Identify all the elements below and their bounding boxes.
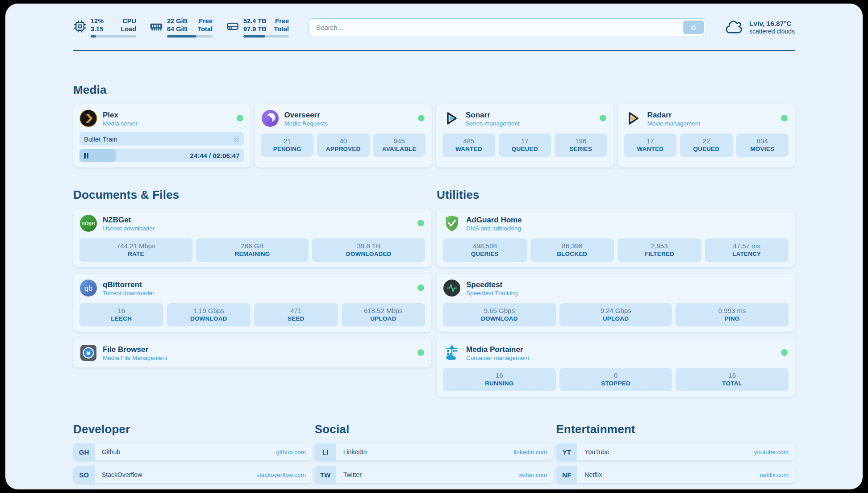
cpu-progress-track [91, 35, 136, 38]
bookmark-url[interactable]: netflix.com [760, 472, 789, 478]
bookmark-twitter[interactable]: TW Twitter twitter.com [315, 466, 554, 483]
search-input[interactable] [309, 18, 706, 36]
search-engine-button[interactable]: G [683, 21, 704, 34]
header-divider [73, 50, 795, 51]
stat-running: 16RUNNING [443, 368, 556, 391]
stat-value: 2,953 [619, 242, 700, 250]
plex-icon [79, 109, 97, 127]
stat-value: 1.19 Gbps [169, 306, 249, 315]
weather-condition: scattered clouds [749, 28, 795, 35]
bookmark-github[interactable]: GH Github github.com [73, 443, 312, 460]
bookmark-linkedin[interactable]: LI LinkedIn linkedin.com [315, 443, 554, 460]
disk-progress-track [243, 35, 289, 38]
qbittorrent-icon: qb [79, 279, 97, 297]
ram-label-1: Free [199, 17, 213, 25]
status-online-dot [600, 115, 606, 121]
app-card-portainer[interactable]: Media Portainer Container management 16R… [437, 338, 795, 397]
stat-value: 196 [556, 137, 605, 145]
stat-value: 485 [444, 137, 493, 145]
bookmark-url[interactable]: stackoverflow.com [256, 472, 305, 478]
stat-label: STOPPED [561, 380, 671, 388]
app-subtitle: Usenet downloader [103, 225, 154, 233]
app-name: Speedtest [466, 279, 518, 289]
app-card-qbittorrent[interactable]: qb qBittorrent Torrent downloader 16LEEC… [73, 274, 431, 332]
weather-location-temp: Lviv, 16.87°C [749, 20, 795, 28]
stat-available: 945AVAILABLE [373, 134, 426, 157]
app-name: AdGuard Home [466, 214, 522, 225]
stat-label: DOWNLOADED [314, 250, 423, 258]
app-card-plex[interactable]: Plex Media server Bullet Train ◎ 24:44 /… [73, 104, 250, 167]
bookmark-youtube[interactable]: YT YouTube youtube.com [556, 443, 795, 460]
status-online-dot [781, 349, 788, 356]
stat-movies: 834MOVIES [736, 134, 789, 157]
stat-label: TOTAL [677, 380, 787, 388]
app-card-filebrowser[interactable]: File Browser Media File Management [73, 338, 431, 368]
stat-value: 498,508 [445, 242, 525, 250]
app-name: Sonarr [466, 109, 520, 120]
playback-progress-bar[interactable]: 24:44 / 02:06:47 [79, 149, 244, 162]
disk-stat: 52.4 TBFree 97.9 TBTotal [226, 17, 289, 38]
search-bar: G [309, 18, 706, 36]
stat-value: 9.24 Gbps [561, 306, 671, 315]
svg-text:nzbget: nzbget [82, 221, 95, 226]
now-playing-title: Bullet Train [84, 135, 234, 143]
pause-icon[interactable] [84, 153, 88, 159]
stat-label: WANTED [626, 145, 675, 153]
stat-total: 16TOTAL [676, 368, 789, 391]
cpu-progress-fill [91, 35, 96, 38]
bookmark-name: Twitter [343, 471, 518, 478]
disk-label-1: Free [275, 17, 289, 25]
cpu-load: 3.15 [91, 25, 103, 33]
portainer-icon [443, 344, 461, 362]
app-card-speedtest[interactable]: Speedtest Speedtest Tracking 9.65 GbpsDO… [437, 274, 795, 332]
cloud-icon [725, 19, 744, 35]
app-name: File Browser [103, 344, 167, 354]
stat-label: FILTERED [619, 250, 700, 258]
stat-label: RUNNING [445, 380, 554, 388]
cpu-label-1: CPU [122, 17, 136, 25]
status-online-dot [417, 349, 424, 356]
dashboard-page: 12%CPU 3.15Load 22 GiBFree 64 GiBTotal [5, 4, 863, 489]
stat-value: 16 [445, 371, 554, 380]
app-card-radarr[interactable]: Radarr Movie management 17WANTED 22QUEUE… [618, 104, 795, 167]
stat-wanted: 17WANTED [624, 134, 677, 157]
now-playing-row: Bullet Train ◎ [79, 132, 244, 146]
stat-label: LEECH [81, 315, 162, 323]
stat-label: QUEUED [682, 145, 731, 153]
stat-label: AVAILABLE [375, 145, 424, 153]
stat-wanted: 485WANTED [442, 134, 495, 157]
app-name: NZBGet [103, 214, 154, 225]
stat-value: 471 [256, 306, 336, 315]
bookmark-netflix[interactable]: NF Netflix netflix.com [556, 466, 795, 483]
bookmark-dev[interactable]: DT DEV dev.to [73, 489, 312, 489]
stat-label: REMAINING [198, 250, 307, 258]
status-online-dot [417, 220, 424, 226]
bookmark-url[interactable]: linkedin.com [513, 449, 547, 455]
bookmark-reddit[interactable]: RE Reddit reddit.com [556, 489, 795, 489]
stat-value: 744.21 Mbps [81, 242, 191, 250]
stat-value: 0 [561, 371, 671, 380]
stat-label: LATENCY [707, 250, 787, 258]
ram-progress-track [167, 35, 213, 38]
bookmark-url[interactable]: twitter.com [518, 472, 547, 478]
stat-value: 21 [263, 137, 312, 145]
stat-label: MOVIES [738, 145, 787, 153]
app-card-adguard[interactable]: AdGuard Home DNS and adblocking 498,508Q… [437, 209, 795, 267]
stat-label: BLOCKED [532, 250, 613, 258]
bookmark-url[interactable]: github.com [276, 449, 306, 455]
app-card-sonarr[interactable]: Sonarr Series management 485WANTED 17QUE… [436, 104, 613, 167]
app-name: qBittorrent [103, 279, 154, 289]
app-card-overseerr[interactable]: Overseerr Media Requests 21PENDING 40APP… [255, 104, 432, 167]
bookmark-abbr: NF [556, 466, 577, 483]
stat-value: 266 GB [198, 242, 307, 250]
app-card-nzbget[interactable]: nzbget NZBGet Usenet downloader 744.21 M… [73, 209, 431, 267]
stat-label: UPLOAD [561, 315, 671, 323]
stat-label: SERIES [556, 145, 605, 153]
bookmark-url[interactable]: youtube.com [754, 449, 789, 455]
stat-queries: 498,508QUERIES [443, 238, 527, 262]
stat-label: DOWNLOAD [445, 315, 554, 323]
stat-queued: 17QUEUED [499, 134, 551, 157]
bookmark-stackoverflow[interactable]: SO StackOverflow stackoverflow.com [73, 466, 312, 483]
stat-upload: 618.52 MbpsUPLOAD [342, 303, 426, 326]
status-online-dot [418, 115, 425, 121]
